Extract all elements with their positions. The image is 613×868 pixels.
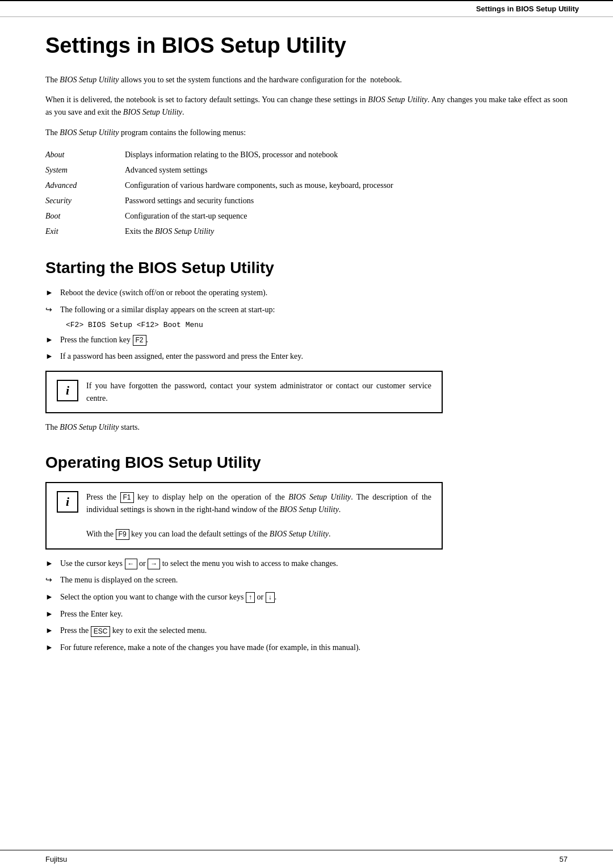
- page-title: Settings in BIOS Setup Utility: [45, 34, 568, 58]
- menu-name-exit: Exit: [45, 224, 125, 239]
- bios-italic-1: BIOS Setup Utility: [60, 76, 119, 84]
- menu-table: About Displays information relating to t…: [45, 147, 568, 239]
- bios-italic-5: BIOS Setup Utility: [60, 423, 119, 431]
- code-block: <F2> BIOS Setup <F12> Boot Menu: [66, 321, 568, 329]
- footer-brand: Fujitsu: [45, 855, 67, 863]
- menu-desc-advanced: Configuration of various hardware compon…: [125, 178, 568, 193]
- s2-bullet1-text: Use the cursor keys ← or → to select the…: [60, 557, 338, 570]
- s2-bullet2-text: The menu is displayed on the screen.: [60, 574, 178, 586]
- info-icon: i: [57, 380, 78, 401]
- menu-desc-system: Advanced system settings: [125, 162, 568, 178]
- bullet-arrow-icon: ►: [45, 624, 54, 637]
- info-box-1: i If you have forgotten the password, co…: [45, 371, 443, 413]
- footer-page-number: 57: [560, 855, 568, 863]
- section1-bullets-2: ► Press the function key F2. ► If a pass…: [45, 334, 568, 363]
- bullet-arrow-icon: ►: [45, 608, 54, 620]
- list-item: ► Press the Enter key.: [45, 608, 568, 620]
- s2-bullet3-text: Select the option you want to change wit…: [60, 591, 276, 603]
- f2-key: F2: [133, 335, 146, 346]
- bios-italic-7: BIOS Setup Utility: [280, 505, 339, 514]
- list-item: ► If a password has been assigned, enter…: [45, 350, 568, 363]
- table-row: Boot Configuration of the start-up seque…: [45, 208, 568, 224]
- table-row: About Displays information relating to t…: [45, 147, 568, 162]
- list-item: ↪ The menu is displayed on the screen.: [45, 574, 568, 586]
- menu-desc-boot: Configuration of the start-up sequence: [125, 208, 568, 224]
- top-header: Settings in BIOS Setup Utility: [0, 0, 613, 16]
- info-icon-2: i: [57, 491, 78, 513]
- info-box-text-2: Press the F1 key to display help on the …: [86, 491, 431, 540]
- bullet-arrow-icon: ►: [45, 334, 54, 346]
- list-item: ► For future reference, make a note of t…: [45, 641, 568, 654]
- f1-key: F1: [120, 492, 134, 503]
- main-content: Settings in BIOS Setup Utility The BIOS …: [0, 17, 613, 681]
- section2-bullets: ► Use the cursor keys ← or → to select t…: [45, 557, 568, 654]
- bullet-arrow-icon: ►: [45, 641, 54, 654]
- f9-key: F9: [116, 529, 129, 540]
- menu-name-security: Security: [45, 193, 125, 208]
- list-item: ► Use the cursor keys ← or → to select t…: [45, 557, 568, 570]
- table-row: Security Password settings and security …: [45, 193, 568, 208]
- bios-italic-6: BIOS Setup Utility: [288, 493, 351, 501]
- section1-bullets: ► Reboot the device (switch off/on or re…: [45, 287, 568, 316]
- list-item: ↪ The following or a similar display app…: [45, 304, 568, 316]
- menu-name-system: System: [45, 162, 125, 178]
- list-item: ► Select the option you want to change w…: [45, 591, 568, 603]
- list-item: ► Press the ESC key to exit the selected…: [45, 624, 568, 637]
- bios-italic-2: BIOS Setup Utility: [368, 95, 427, 104]
- list-item: ► Press the function key F2.: [45, 334, 568, 346]
- bios-italic-3: BIOS Setup Utility: [123, 108, 182, 116]
- bios-italic-4: BIOS Setup Utility: [60, 128, 119, 137]
- menu-intro: The BIOS Setup Utility program contains …: [45, 127, 568, 139]
- up-arrow-key: ↑: [246, 592, 255, 603]
- info-icon-cell-2: i: [57, 491, 86, 513]
- bullet-arrow-icon: ►: [45, 287, 54, 299]
- bios-italic-8: BIOS Setup Utility: [270, 530, 329, 538]
- menu-desc-exit: Exits the BIOS Setup Utility: [125, 224, 568, 239]
- menu-name-about: About: [45, 147, 125, 162]
- s2-bullet6-text: For future reference, make a note of the…: [60, 641, 360, 654]
- down-arrow-key: ↓: [266, 592, 275, 603]
- bullet1-text: Reboot the device (switch off/on or rebo…: [60, 287, 267, 299]
- table-row: System Advanced system settings: [45, 162, 568, 178]
- bullet4-text: If a password has been assigned, enter t…: [60, 350, 303, 363]
- intro-paragraph-1: The BIOS Setup Utility allows you to set…: [45, 74, 568, 86]
- section1-closing: The BIOS Setup Utility starts.: [45, 421, 568, 434]
- list-item: ► Reboot the device (switch off/on or re…: [45, 287, 568, 299]
- header-title: Settings in BIOS Setup Utility: [476, 5, 579, 13]
- bullet2-text: The following or a similar display appea…: [60, 304, 275, 316]
- hook-arrow-icon: ↪: [45, 574, 54, 586]
- page-footer: Fujitsu 57: [0, 850, 613, 868]
- info-box-2: i Press the F1 key to display help on th…: [45, 482, 443, 550]
- section2-title: Operating BIOS Setup Utility: [45, 454, 568, 472]
- table-row: Exit Exits the BIOS Setup Utility: [45, 224, 568, 239]
- bullet-arrow-icon: ►: [45, 557, 54, 570]
- table-row: Advanced Configuration of various hardwa…: [45, 178, 568, 193]
- bullet3-text: Press the function key F2.: [60, 334, 148, 346]
- s2-bullet4-text: Press the Enter key.: [60, 608, 123, 620]
- page-container: Settings in BIOS Setup Utility Settings …: [0, 0, 613, 868]
- esc-key: ESC: [91, 626, 111, 637]
- right-arrow-key: →: [148, 559, 160, 569]
- hook-arrow-icon: ↪: [45, 304, 54, 316]
- menu-name-advanced: Advanced: [45, 178, 125, 193]
- menu-name-boot: Boot: [45, 208, 125, 224]
- s2-bullet5-text: Press the ESC key to exit the selected m…: [60, 624, 207, 637]
- bullet-arrow-icon: ►: [45, 591, 54, 603]
- intro-paragraph-2: When it is delivered, the notebook is se…: [45, 94, 568, 118]
- left-arrow-key: ←: [125, 559, 137, 569]
- menu-desc-security: Password settings and security functions: [125, 193, 568, 208]
- section1-title: Starting the BIOS Setup Utility: [45, 259, 568, 277]
- bullet-arrow-icon: ►: [45, 350, 54, 363]
- info-icon-cell: i: [57, 380, 86, 401]
- info-box-text-1: If you have forgotten the password, cont…: [86, 380, 431, 404]
- menu-desc-about: Displays information relating to the BIO…: [125, 147, 568, 162]
